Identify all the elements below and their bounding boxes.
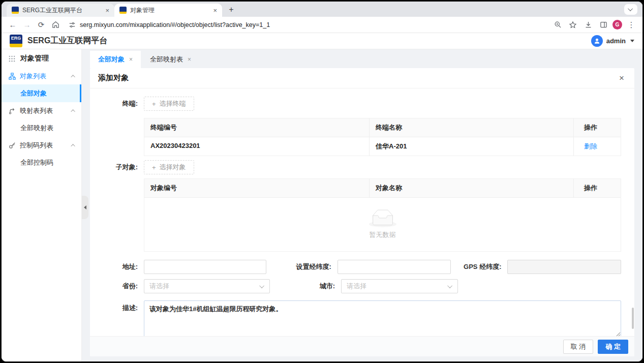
confirm-button[interactable]: 确 定 [598, 340, 628, 354]
column-header: 终端名称 [370, 118, 574, 137]
tab-close-icon[interactable]: × [212, 7, 218, 14]
description-textarea[interactable]: 该对象为佳华1#机组缸温超限历程研究对象。 [144, 300, 621, 336]
address-input[interactable] [144, 260, 266, 274]
new-tab-button[interactable]: + [225, 4, 237, 16]
terminal-label: 终端: [98, 99, 144, 108]
collapse-left-icon [84, 205, 86, 209]
province-city-row: 省份: 请选择 城市: 请选择 [98, 279, 621, 293]
sidebar-item-label: 全部映射表 [20, 124, 53, 133]
city-label: 城市: [270, 282, 341, 291]
worktab-all-mappings[interactable]: 全部映射表 × [142, 51, 199, 68]
column-header: 操作 [574, 179, 621, 197]
select-object-label: 选择对象 [160, 163, 186, 172]
sidebar-item-label: 全部控制码 [20, 158, 53, 167]
description-label: 描述: [98, 300, 144, 313]
add-object-panel: 添加对象 × 终端: + 选择终端 终端编号 [90, 68, 634, 356]
latlng-label: 设置经纬度: [266, 262, 338, 271]
select-terminal-button[interactable]: + 选择终端 [144, 97, 194, 111]
plus-icon: + [152, 100, 156, 108]
select-placeholder: 请选择 [347, 282, 449, 291]
sidebar: 对象管理 对象列表 全部对象 映射表列表 全部映射表 控制码列表 [2, 49, 82, 361]
caret-down-icon [630, 40, 634, 42]
back-button[interactable]: ← [7, 19, 19, 31]
scrollbar-thumb[interactable] [632, 308, 634, 329]
sidebar-item-all-objects[interactable]: 全部对象 [2, 84, 81, 102]
side-panel-icon [600, 21, 607, 28]
terminal-row: 终端: + 选择终端 [98, 97, 621, 111]
panel-body: 终端: + 选择终端 终端编号 终端名称 操作 AX20 [90, 88, 634, 336]
bookmark-button[interactable] [567, 19, 579, 31]
user-name: admin [606, 37, 626, 45]
zoom-button[interactable] [551, 19, 564, 31]
app-header: ERG SERG工业互联网平台 admin [2, 33, 642, 49]
grid-icon [9, 55, 15, 62]
home-icon [52, 21, 59, 28]
sidebar-item-object-list[interactable]: 对象列表 [2, 68, 81, 84]
province-select[interactable]: 请选择 [144, 279, 270, 293]
panel-header: 添加对象 × [90, 68, 634, 88]
latlng-input[interactable] [338, 260, 451, 274]
sidebar-item-all-controlcodes[interactable]: 全部控制码 [2, 154, 81, 171]
branch-icon [9, 107, 16, 114]
sidebar-item-mapping-list[interactable]: 映射表列表 [2, 102, 81, 119]
chevron-up-icon [71, 109, 75, 113]
home-button[interactable] [49, 19, 62, 31]
user-avatar [591, 35, 603, 47]
browser-menu-button[interactable]: ⋮ [625, 19, 637, 31]
empty-box-icon [369, 209, 396, 227]
address-label: 地址: [98, 262, 144, 271]
tab-close-icon[interactable]: × [104, 7, 110, 14]
browser-tab-object-mgmt[interactable]: 对象管理 × [114, 4, 222, 17]
browser-toolbar: ← → ⟳ serg.mixyun.com/mixapplication/#/o… [2, 17, 642, 33]
forward-button[interactable]: → [21, 19, 33, 31]
worktab-label: 全部映射表 [150, 55, 183, 64]
sidebar-item-all-mappings[interactable]: 全部映射表 [2, 119, 81, 137]
child-table-header: 对象编号 对象名称 操作 [144, 179, 621, 197]
panel-title: 添加对象 [98, 73, 129, 83]
worktab-close-icon[interactable]: × [188, 56, 191, 63]
browser-tab-serg[interactable]: SERG工业互联网平台 × [7, 4, 114, 17]
worktab-all-objects[interactable]: 全部对象 × [90, 51, 141, 68]
child-object-label: 子对象: [98, 163, 144, 172]
terminal-table-header: 终端编号 终端名称 操作 [144, 118, 621, 137]
empty-text: 暂无数据 [370, 230, 396, 239]
cancel-button[interactable]: 取 消 [563, 340, 594, 354]
site-settings-icon [69, 21, 76, 28]
reload-button[interactable]: ⟳ [35, 19, 47, 31]
select-terminal-label: 选择终端 [160, 99, 186, 108]
serg-logo: ERG [10, 35, 22, 47]
downloads-button[interactable] [582, 19, 594, 31]
column-header: 对象名称 [370, 179, 574, 197]
sidebar-item-controlcode-list[interactable]: 控制码列表 [2, 137, 81, 154]
select-placeholder: 请选择 [149, 282, 261, 291]
city-select[interactable]: 请选择 [341, 279, 458, 293]
sidebar-module-title: 对象管理 [2, 49, 81, 68]
gps-input [507, 260, 621, 274]
url-text: serg.mixyun.com/mixapplication/#/object/… [80, 21, 270, 28]
address-bar[interactable]: serg.mixyun.com/mixapplication/#/object/… [64, 18, 549, 32]
browser-tab-title: 对象管理 [130, 6, 208, 15]
select-object-button[interactable]: + 选择对象 [144, 160, 194, 174]
main-area: 全部对象 × 全部映射表 × 添加对象 × 终端: [82, 49, 642, 361]
chevron-up-icon [71, 144, 75, 148]
user-menu[interactable]: admin [591, 35, 634, 47]
tab-search-chevron-button[interactable] [624, 4, 637, 15]
side-panel-button[interactable] [597, 19, 609, 31]
delete-link[interactable]: 删除 [584, 142, 597, 150]
sidebar-item-label: 全部对象 [20, 89, 47, 98]
magnifier-icon [554, 21, 562, 28]
terminal-code-cell: AX20230423201 [144, 137, 370, 156]
app-title: SERG工业互联网平台 [27, 36, 107, 46]
terminal-table: 终端编号 终端名称 操作 AX20230423201 佳华A-201 删除 [144, 118, 621, 156]
column-header: 终端编号 [144, 118, 370, 137]
sidebar-item-label: 映射表列表 [20, 106, 68, 115]
empty-state: 暂无数据 [144, 197, 621, 251]
sidebar-item-label: 控制码列表 [20, 141, 68, 150]
panel-footer: 取 消 确 定 [90, 336, 634, 356]
panel-close-icon[interactable]: × [617, 73, 626, 83]
plus-icon: + [152, 164, 156, 171]
sidebar-collapse-handle[interactable] [82, 196, 88, 219]
download-icon [585, 21, 592, 28]
worktab-close-icon[interactable]: × [129, 56, 133, 63]
browser-profile-avatar[interactable]: G [612, 20, 622, 29]
